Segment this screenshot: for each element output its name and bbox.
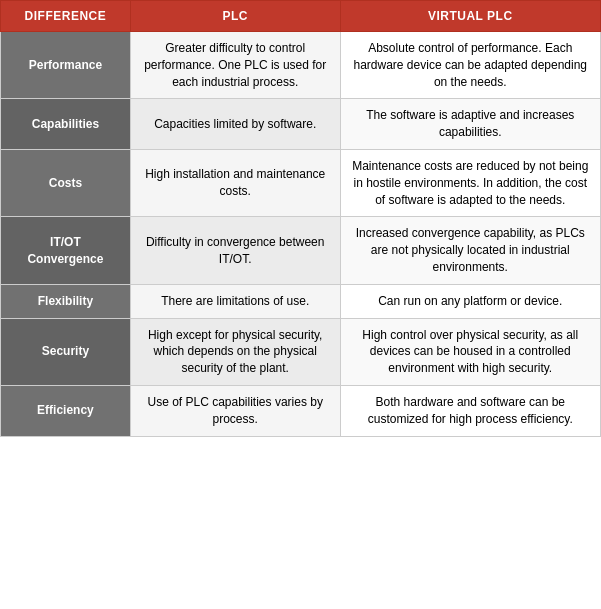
vplc-cell-5: High control over physical security, as … [340,318,600,385]
table-row: CapabilitiesCapacities limited by softwa… [1,99,601,150]
table-row: SecurityHigh except for physical securit… [1,318,601,385]
plc-cell-6: Use of PLC capabilities varies by proces… [130,385,340,436]
vplc-cell-1: The software is adaptive and increases c… [340,99,600,150]
table-header-row: DIFFERENCE PLC VIRTUAL PLC [1,1,601,32]
vplc-cell-3: Increased convergence capability, as PLC… [340,217,600,284]
plc-cell-3: Difficulty in convergence between IT/OT. [130,217,340,284]
vplc-cell-6: Both hardware and software can be custom… [340,385,600,436]
table-row: PerformanceGreater difficulty to control… [1,32,601,99]
comparison-table: DIFFERENCE PLC VIRTUAL PLC PerformanceGr… [0,0,601,437]
row-label-performance: Performance [1,32,131,99]
comparison-table-container: DIFFERENCE PLC VIRTUAL PLC PerformanceGr… [0,0,601,437]
table-row: CostsHigh installation and maintenance c… [1,149,601,216]
row-label-flexibility: Flexibility [1,284,131,318]
row-label-costs: Costs [1,149,131,216]
header-plc: PLC [130,1,340,32]
row-label-it-ot-convergence: IT/OT Convergence [1,217,131,284]
header-difference: DIFFERENCE [1,1,131,32]
plc-cell-2: High installation and maintenance costs. [130,149,340,216]
vplc-cell-0: Absolute control of performance. Each ha… [340,32,600,99]
plc-cell-5: High except for physical security, which… [130,318,340,385]
row-label-efficiency: Efficiency [1,385,131,436]
table-row: EfficiencyUse of PLC capabilities varies… [1,385,601,436]
plc-cell-1: Capacities limited by software. [130,99,340,150]
vplc-cell-2: Maintenance costs are reduced by not bei… [340,149,600,216]
plc-cell-0: Greater difficulty to control performanc… [130,32,340,99]
plc-cell-4: There are limitations of use. [130,284,340,318]
table-row: IT/OT ConvergenceDifficulty in convergen… [1,217,601,284]
vplc-cell-4: Can run on any platform or device. [340,284,600,318]
row-label-security: Security [1,318,131,385]
table-row: FlexibilityThere are limitations of use.… [1,284,601,318]
header-virtual-plc: VIRTUAL PLC [340,1,600,32]
row-label-capabilities: Capabilities [1,99,131,150]
